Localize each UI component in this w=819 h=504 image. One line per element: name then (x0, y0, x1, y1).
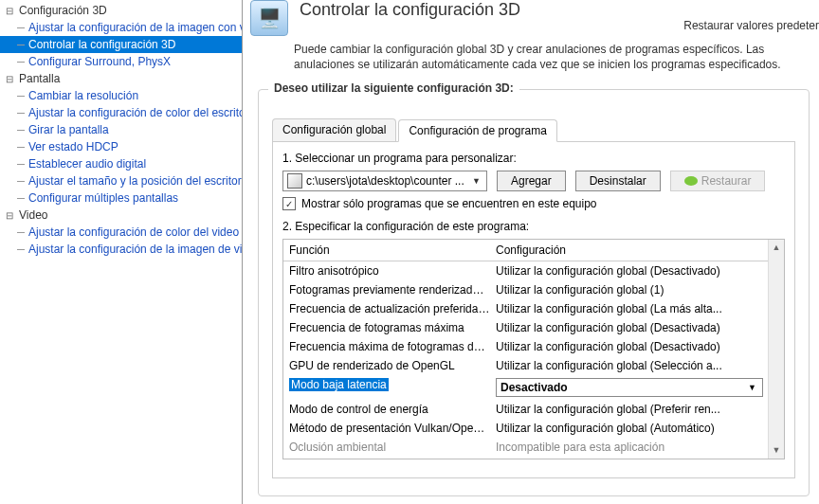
tree-item-manage-3d[interactable]: Controlar la configuración 3D (0, 36, 242, 53)
setting-name: Oclusión ambiental (289, 441, 496, 454)
tree-group-display[interactable]: Pantalla (0, 70, 242, 87)
setting-value-select[interactable]: Desactivado▼ (496, 378, 763, 397)
tree-item-surround-physx[interactable]: Configurar Surround, PhysX (0, 53, 242, 70)
add-button[interactable]: Agregar (497, 171, 566, 191)
setting-value-text: Desactivado (497, 381, 742, 394)
setting-name: Frecuencia de actualización preferida (S… (289, 302, 496, 315)
setting-name: Filtro anisotrópico (289, 264, 496, 278)
tree-item-video-image[interactable]: Ajustar la configuración de la imagen de… (0, 241, 242, 258)
setting-value: Utilizar la configuración global (Automá… (496, 422, 778, 435)
setting-value: Utilizar la configuración global (Selecc… (496, 359, 778, 372)
settings-table: ▲ ▼ Función Configuración Filtro anisotr… (282, 239, 785, 459)
col-function: Función (289, 243, 496, 257)
scroll-down-icon[interactable]: ▼ (769, 442, 784, 459)
table-row[interactable]: Frecuencia de fotogramas máximaUtilizar … (283, 318, 784, 337)
tree-item-desktop-color[interactable]: Ajustar la configuración de color del es… (0, 104, 242, 121)
page-description: Puede cambiar la configuración global 3D… (243, 42, 819, 72)
program-exe-icon (287, 173, 302, 189)
col-config: Configuración (496, 243, 566, 257)
show-only-label: Mostrar sólo programas que se encuentren… (301, 197, 597, 210)
setting-name: Frecuencia máxima de fotogramas de la a.… (289, 340, 496, 353)
tree-item-image-settings[interactable]: Ajustar la configuración de la imagen co… (0, 19, 242, 36)
tree-item-digital-audio[interactable]: Establecer audio digital (0, 155, 242, 172)
tree-item-change-resolution[interactable]: Cambiar la resolución (0, 87, 242, 104)
group-title: Deseo utilizar la siguiente configuració… (268, 81, 519, 95)
restore-button: Restaurar (670, 171, 766, 191)
tree-group-3d[interactable]: Configuración 3D (0, 2, 242, 19)
uninstall-button[interactable]: Desinstalar (575, 171, 661, 191)
setting-name: GPU de renderizado de OpenGL (289, 359, 496, 372)
tab-global[interactable]: Configuración global (272, 118, 396, 141)
scrollbar[interactable]: ▲ ▼ (768, 240, 784, 459)
table-row[interactable]: Fotogramas previamente renderizados pa..… (283, 280, 784, 299)
nvidia-icon (684, 176, 698, 186)
restore-defaults-link[interactable]: Restaurar valores predeter (683, 19, 819, 32)
table-row[interactable]: GPU de renderizado de OpenGLUtilizar la … (283, 356, 784, 375)
settings-group: Deseo utilizar la siguiente configuració… (258, 89, 810, 496)
setting-name: Modo de control de energía (289, 403, 496, 416)
table-row[interactable]: Modo de control de energíaUtilizar la co… (283, 400, 784, 419)
nav-tree: Configuración 3D Ajustar la configuració… (0, 0, 243, 504)
setting-name: Modo baja latencia (289, 378, 389, 391)
setting-name: Frecuencia de fotogramas máxima (289, 321, 496, 334)
setting-value: Utilizar la configuración global (La más… (496, 302, 778, 315)
tree-item-rotate-display[interactable]: Girar la pantalla (0, 121, 242, 138)
program-select[interactable]: c:\users\jota\desktop\counter ... ▼ (282, 171, 487, 191)
program-path-text: c:\users\jota\desktop\counter ... (306, 174, 466, 188)
setting-value: Incompatible para esta aplicación (496, 441, 778, 454)
page-icon: 🖥️ (250, 0, 288, 36)
setting-value: Utilizar la configuración global (Desact… (496, 264, 778, 278)
show-only-checkbox[interactable]: ✓ (282, 197, 296, 210)
page-title: Controlar la configuración 3D (300, 0, 520, 20)
table-row[interactable]: Frecuencia máxima de fotogramas de la a.… (283, 337, 784, 356)
tree-group-video[interactable]: Video (0, 207, 242, 224)
setting-value: Utilizar la configuración global (Desact… (496, 321, 778, 334)
setting-name: Método de presentación Vulkan/OpenGL (289, 422, 496, 435)
setting-name: Fotogramas previamente renderizados pa..… (289, 283, 496, 297)
tabs: Configuración global Configuración de pr… (272, 118, 795, 142)
tree-item-video-color[interactable]: Ajustar la configuración de color del vi… (0, 224, 242, 241)
step1-label: 1. Seleccionar un programa para personal… (282, 152, 785, 165)
setting-value: Utilizar la configuración global (Desact… (496, 340, 778, 353)
table-row[interactable]: Filtro anisotrópicoUtilizar la configura… (283, 261, 784, 280)
tab-body: 1. Seleccionar un programa para personal… (272, 142, 795, 478)
tree-item-multiple-displays[interactable]: Configurar múltiples pantallas (0, 189, 242, 207)
table-row[interactable]: Frecuencia de actualización preferida (S… (283, 299, 784, 318)
chevron-down-icon: ▼ (742, 383, 762, 392)
step2-label: 2. Especificar la configuración de este … (282, 220, 785, 233)
scroll-up-icon[interactable]: ▲ (769, 240, 784, 256)
chevron-down-icon: ▼ (466, 176, 486, 186)
tree-item-desktop-size-pos[interactable]: Ajustar el tamaño y la posición del escr… (0, 172, 242, 189)
table-row[interactable]: Método de presentación Vulkan/OpenGLUtil… (283, 419, 784, 438)
tree-item-hdcp-status[interactable]: Ver estado HDCP (0, 138, 242, 155)
setting-value: Utilizar la configuración global (1) (496, 283, 778, 297)
table-row[interactable]: Oclusión ambientalIncompatible para esta… (283, 438, 784, 457)
main-panel: 🖥️ Controlar la configuración 3D Restaur… (243, 0, 819, 504)
tab-program[interactable]: Configuración de programa (398, 119, 556, 142)
table-row[interactable]: Modo baja latenciaDesactivado▼ (283, 375, 784, 400)
setting-value: Utilizar la configuración global (Prefer… (496, 403, 778, 416)
